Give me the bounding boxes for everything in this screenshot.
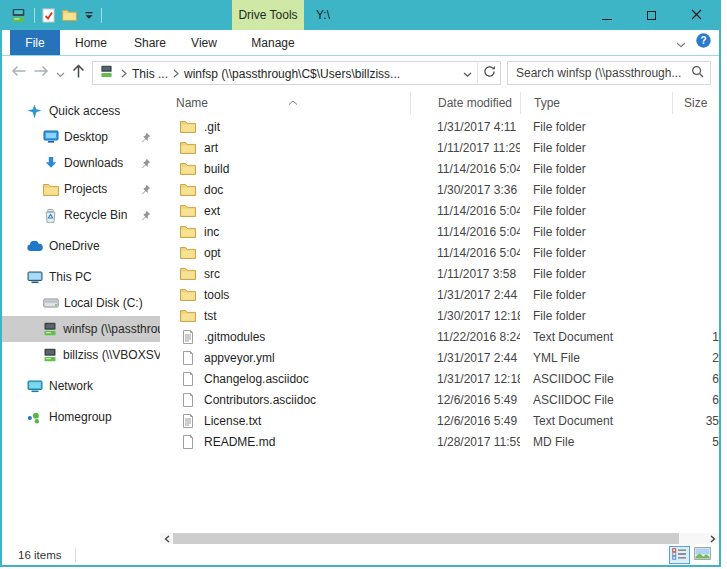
sidebar-group-label: Homegroup [49, 410, 112, 424]
up-icon[interactable] [71, 64, 86, 82]
file-name: .gitmodules [160, 329, 410, 345]
tab-share[interactable]: Share [122, 30, 178, 55]
file-type: File folder [520, 267, 672, 281]
item-count: 16 items [18, 549, 61, 561]
network-icon [26, 380, 43, 393]
details-view-button[interactable] [669, 546, 690, 564]
sidebar-item-local-disk-c[interactable]: Local Disk (C:) [2, 290, 160, 316]
maximize-icon [647, 6, 656, 24]
window-controls [584, 0, 719, 30]
sidebar-group-quick-access[interactable]: Quick access [2, 98, 160, 124]
file-size: 6 [672, 393, 719, 407]
scroll-right-icon[interactable] [706, 533, 719, 544]
sidebar-item-projects[interactable]: Projects [2, 176, 160, 202]
sidebar-item-label: Local Disk (C:) [64, 296, 143, 310]
file-row-readme-md[interactable]: README.md1/28/2017 11:59 AMMD File5 [160, 431, 719, 452]
file-row-doc[interactable]: doc1/30/2017 3:36 PMFile folder [160, 179, 719, 200]
file-row-changelog-asciidoc[interactable]: Changelog.asciidoc1/31/2017 12:18 PMASCI… [160, 368, 719, 389]
file-row-art[interactable]: art1/11/2017 11:29 PMFile folder [160, 137, 719, 158]
minimize-button[interactable] [584, 0, 629, 30]
file-name: README.md [160, 434, 410, 450]
file-type: Text Document [520, 414, 672, 428]
sort-asc-chevron-icon [288, 91, 298, 109]
address-dropdown-chevron-icon[interactable] [463, 64, 472, 82]
scrollbar-thumb[interactable] [173, 533, 679, 544]
pin-icon [140, 210, 151, 221]
file-row-contributors-asciidoc[interactable]: Contributors.asciidoc12/6/2016 5:49 PMAS… [160, 389, 719, 410]
refresh-icon[interactable] [483, 64, 496, 82]
file-row-git[interactable]: .git1/31/2017 4:11 PMFile folder [160, 116, 719, 137]
file-row-tst[interactable]: tst1/30/2017 12:18 PMFile folder [160, 305, 719, 326]
search-box[interactable] [507, 61, 711, 85]
folder-icon [180, 309, 196, 322]
sidebar-item-winfsp-passthrou[interactable]: winfsp (\\passthrou [2, 316, 160, 342]
file-row-inc[interactable]: inc11/14/2016 5:04 PMFile folder [160, 221, 719, 242]
forward-icon[interactable] [33, 64, 50, 82]
sidebar-item-downloads[interactable]: Downloads [2, 150, 160, 176]
file-row-tools[interactable]: tools1/31/2017 2:44 PMFile folder [160, 284, 719, 305]
column-header-name[interactable]: Name [160, 94, 410, 112]
sidebar-item-recycle-bin[interactable]: Recycle Bin [2, 202, 160, 228]
search-input[interactable] [516, 66, 691, 80]
maximize-button[interactable] [629, 0, 674, 30]
column-header-type[interactable]: Type [520, 92, 672, 114]
file-date-modified: 1/11/2017 3:58 PM [410, 267, 520, 281]
file-type: File folder [520, 120, 672, 134]
file-row-gitmodules[interactable]: .gitmodules11/22/2016 8:24 PMText Docume… [160, 326, 719, 347]
tab-home[interactable]: Home [60, 30, 122, 55]
sidebar-group-homegroup[interactable]: Homegroup [2, 404, 160, 430]
file-name: Contributors.asciidoc [160, 392, 410, 408]
file-row-src[interactable]: src1/11/2017 3:58 PMFile folder [160, 263, 719, 284]
address-bar[interactable]: This ...winfsp (\\passthrough\C$\Users\b… [92, 61, 501, 85]
file-row-opt[interactable]: opt11/14/2016 5:04 PMFile folder [160, 242, 719, 263]
file-icon [180, 434, 196, 450]
properties-check-icon[interactable] [42, 8, 55, 23]
search-icon[interactable] [691, 64, 704, 82]
status-bar: 16 items [2, 544, 719, 565]
file-icon [180, 392, 196, 408]
sidebar-group-onedrive[interactable]: OneDrive [2, 233, 160, 259]
qat-dropdown-icon[interactable] [84, 10, 94, 20]
file-type: MD File [520, 435, 672, 449]
horizontal-scrollbar[interactable] [160, 533, 719, 544]
tab-view[interactable]: View [178, 30, 230, 55]
file-type: ASCIIDOC File [520, 372, 672, 386]
column-header-size[interactable]: Size [672, 92, 719, 114]
file-date-modified: 1/31/2017 12:18 PM [410, 372, 520, 386]
breadcrumb-item[interactable]: winfsp (\\passthrough\C$\Users\billziss.… [184, 67, 400, 81]
recent-locations-chevron-icon[interactable] [56, 64, 65, 82]
help-icon[interactable]: ? [696, 33, 711, 52]
column-headers: NameDate modifiedTypeSize [160, 90, 719, 116]
tab-manage[interactable]: Manage [240, 30, 306, 55]
tab-file[interactable]: File [10, 30, 60, 55]
sidebar-item-desktop[interactable]: Desktop [2, 124, 160, 150]
file-name: tst [160, 309, 410, 323]
app-icon[interactable] [10, 8, 27, 23]
drive-tools-contextual-tab[interactable]: Drive Tools [232, 0, 304, 30]
breadcrumb-item[interactable]: This ... [132, 67, 168, 81]
sidebar: Quick accessDesktopDownloadsProjectsRecy… [2, 90, 160, 544]
column-header-date-modified[interactable]: Date modified [410, 92, 520, 114]
large-icons-view-button[interactable] [692, 546, 713, 564]
ribbon-collapse-chevron-icon[interactable] [676, 34, 686, 52]
sidebar-group-this-pc[interactable]: This PC [2, 264, 160, 290]
file-pane: NameDate modifiedTypeSize .git1/31/2017 … [160, 90, 719, 544]
file-type: File folder [520, 288, 672, 302]
file-type: File folder [520, 162, 672, 176]
sidebar-item-billziss-vboxsvr[interactable]: billziss (\\VBOXSVR) [2, 342, 160, 368]
file-row-build[interactable]: build11/14/2016 5:04 PMFile folder [160, 158, 719, 179]
file-type: File folder [520, 225, 672, 239]
close-button[interactable] [674, 0, 719, 30]
sidebar-group-network[interactable]: Network [2, 373, 160, 399]
scroll-left-icon[interactable] [160, 533, 173, 544]
address-right-controls [463, 63, 496, 83]
file-row-ext[interactable]: ext11/14/2016 5:04 PMFile folder [160, 200, 719, 221]
file-rows: .git1/31/2017 4:11 PMFile folderart1/11/… [160, 116, 719, 544]
file-row-appveyor-yml[interactable]: appveyor.yml1/31/2017 2:44 PMYML File2 [160, 347, 719, 368]
minimize-icon [602, 6, 612, 24]
back-icon[interactable] [10, 64, 27, 82]
file-date-modified: 11/14/2016 5:04 PM [410, 246, 520, 260]
new-folder-icon[interactable] [62, 9, 77, 21]
file-name: ext [160, 204, 410, 218]
file-row-license-txt[interactable]: License.txt12/6/2016 5:49 PMText Documen… [160, 410, 719, 431]
